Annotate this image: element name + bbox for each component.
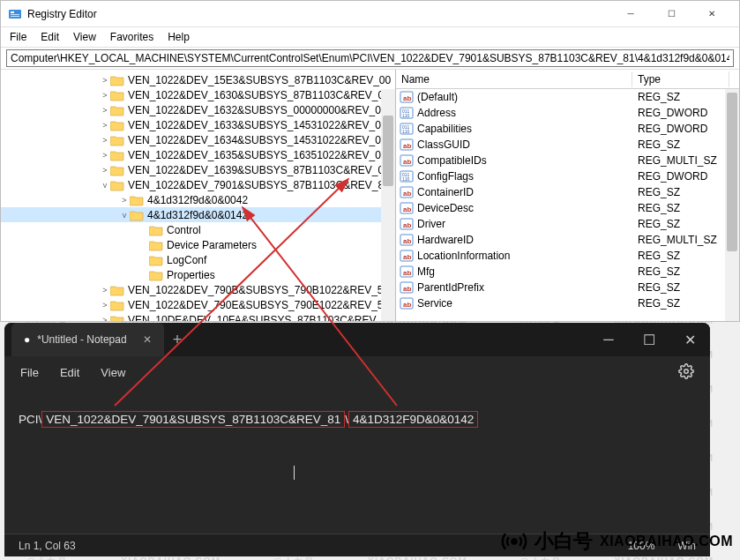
value-row[interactable]: abDeviceDescREG_SZ (396, 200, 739, 216)
svg-text:ab: ab (403, 158, 411, 166)
tree-item-label: LogConf (167, 254, 206, 266)
tree-item-label: VEN_1022&DEV_1634&SUBSYS_14531022&REV_00 (128, 134, 387, 146)
expand-toggle-icon[interactable]: > (100, 286, 110, 295)
value-type: REG_SZ (632, 250, 729, 262)
tree-item[interactable]: >VEN_1022&DEV_1634&SUBSYS_14531022&REV_0… (1, 132, 395, 147)
address-input[interactable] (6, 49, 734, 67)
tree-item[interactable]: >VEN_1022&DEV_1639&SUBSYS_87B1103C&REV_0… (1, 162, 395, 177)
expand-toggle-icon[interactable]: v (100, 181, 110, 190)
tree-item[interactable]: Control (1, 222, 395, 237)
expand-toggle-icon[interactable]: > (100, 91, 110, 100)
folder-icon (110, 89, 124, 101)
folder-icon (110, 104, 124, 116)
expand-toggle-icon[interactable]: v (119, 211, 130, 220)
tree-item[interactable]: >VEN_1022&DEV_1635&SUBSYS_16351022&REV_0… (1, 147, 395, 162)
expand-toggle-icon[interactable]: > (100, 151, 110, 160)
svg-text:ab: ab (403, 190, 411, 198)
settings-gear-icon[interactable] (678, 363, 694, 382)
notepad-text-area[interactable]: PCI\ VEN_1022&DEV_7901&SUBSYS_87B1103C&R… (4, 388, 710, 534)
svg-text:ab: ab (403, 205, 411, 213)
tree-item[interactable]: vVEN_1022&DEV_7901&SUBSYS_87B1103C&REV_8… (1, 177, 395, 192)
tree-item[interactable]: LogConf (1, 252, 395, 267)
value-row[interactable]: ab(Default)REG_SZ (396, 89, 739, 105)
notepad-minimize-button[interactable]: ─ (588, 323, 629, 356)
notepad-tab[interactable]: ● *Untitled - Notepad ✕ (11, 323, 164, 356)
menu-favorites[interactable]: Favorites (110, 31, 153, 43)
expand-toggle-icon[interactable]: > (100, 76, 110, 85)
logo-text-en: XIAOBAIHAO.COM (600, 534, 733, 549)
value-type-icon: ab (400, 233, 414, 247)
maximize-button[interactable]: ☐ (651, 1, 691, 27)
tree-item-label: VEN_1022&DEV_1630&SUBSYS_87B1103C&REV_00 (128, 89, 390, 101)
value-row[interactable]: abDriverREG_SZ (396, 216, 739, 232)
notepad-menu-view[interactable]: View (101, 366, 125, 379)
tab-close-icon[interactable]: ✕ (143, 333, 152, 346)
tree-item-label: VEN_1022&DEV_1632&SUBSYS_00000000&REV_00 (128, 104, 387, 116)
col-header-name[interactable]: Name (396, 71, 632, 87)
folder-icon (149, 224, 163, 236)
tree-item[interactable]: Device Parameters (1, 237, 395, 252)
tree-item[interactable]: >VEN_10DE&DEV_10FA&SUBSYS_87B1103C&REV_A… (1, 312, 395, 321)
notepad-menu-file[interactable]: File (20, 366, 39, 379)
tree-item[interactable]: v4&1d312f9d&0&0142 (1, 207, 395, 222)
expand-toggle-icon[interactable]: > (100, 136, 110, 145)
menu-help[interactable]: Help (168, 31, 190, 43)
value-type: REG_DWORD (632, 107, 729, 119)
value-row[interactable]: 011110AddressREG_DWORD (396, 105, 739, 121)
tree-item[interactable]: >VEN_1022&DEV_15E3&SUBSYS_87B1103C&REV_0… (1, 72, 395, 87)
value-row[interactable]: abHardwareIDREG_MULTI_SZ (396, 232, 739, 248)
expand-toggle-icon[interactable]: > (100, 301, 110, 310)
value-type: REG_DWORD (632, 170, 729, 183)
value-row[interactable]: abServiceREG_SZ (396, 295, 739, 311)
tree-item[interactable]: Properties (1, 267, 395, 282)
value-type-icon: 011110 (400, 122, 414, 136)
tree-item-label: VEN_1022&DEV_1633&SUBSYS_14531022&REV_00 (128, 119, 387, 131)
value-row[interactable]: abMfgREG_SZ (396, 264, 739, 280)
new-tab-button[interactable]: + (173, 331, 183, 349)
folder-icon (110, 134, 124, 146)
tree-item-label: VEN_1022&DEV_7901&SUBSYS_87B1103C&REV_81 (128, 179, 390, 191)
tree-item[interactable]: >VEN_1022&DEV_1633&SUBSYS_14531022&REV_0… (1, 117, 395, 132)
tree-item[interactable]: >4&1d312f9d&0&0042 (1, 192, 395, 207)
value-type-icon: ab (400, 90, 414, 104)
expand-toggle-icon[interactable]: > (100, 121, 110, 130)
menu-file[interactable]: File (10, 31, 26, 43)
window-title: Registry Editor (27, 8, 610, 20)
menu-edit[interactable]: Edit (41, 31, 59, 43)
expand-toggle-icon[interactable]: > (100, 166, 110, 175)
tree-scrollbar[interactable] (381, 89, 395, 321)
notepad-close-button[interactable]: ✕ (669, 323, 710, 356)
expand-toggle-icon[interactable]: > (100, 316, 110, 322)
values-header: Name Type (396, 70, 739, 89)
col-header-type[interactable]: Type (632, 71, 729, 87)
values-scrollbar[interactable] (725, 89, 739, 321)
value-type: REG_SZ (632, 186, 729, 198)
menu-view[interactable]: View (73, 31, 96, 43)
expand-toggle-icon[interactable]: > (119, 196, 130, 205)
minimize-button[interactable]: ─ (610, 1, 651, 27)
tree-item-label: VEN_1022&DEV_15E3&SUBSYS_87B1103C&REV_00 (128, 74, 391, 86)
expand-toggle-icon[interactable]: > (100, 106, 110, 115)
menubar: File Edit View Favorites Help (1, 27, 739, 47)
value-row[interactable]: abLocationInformationREG_SZ (396, 248, 739, 264)
value-type-icon: ab (400, 249, 414, 263)
value-row[interactable]: 011110CapabilitiesREG_DWORD (396, 121, 739, 137)
value-row[interactable]: abContainerIDREG_SZ (396, 184, 739, 200)
value-type: REG_SZ (632, 265, 729, 278)
values-pane[interactable]: Name Type ab(Default)REG_SZ011110Address… (396, 70, 739, 321)
value-row[interactable]: abParentIdPrefixREG_SZ (396, 280, 739, 295)
folder-icon (110, 119, 124, 131)
notepad-menu-edit[interactable]: Edit (60, 366, 79, 379)
value-row[interactable]: 011110ConfigFlagsREG_DWORD (396, 168, 739, 184)
tree-item[interactable]: >VEN_1022&DEV_790B&SUBSYS_790B1022&REV_5… (1, 282, 395, 297)
tree-item[interactable]: >VEN_1022&DEV_1630&SUBSYS_87B1103C&REV_0… (1, 87, 395, 102)
value-row[interactable]: abClassGUIDREG_SZ (396, 137, 739, 153)
tree-pane[interactable]: >VEN_1022&DEV_15E3&SUBSYS_87B1103C&REV_0… (1, 70, 396, 321)
close-button[interactable]: ✕ (691, 1, 732, 27)
tree-item[interactable]: >VEN_1022&DEV_1632&SUBSYS_00000000&REV_0… (1, 102, 395, 117)
folder-icon (110, 284, 124, 296)
notepad-maximize-button[interactable]: ☐ (629, 323, 669, 356)
value-row[interactable]: abCompatibleIDsREG_MULTI_SZ (396, 153, 739, 168)
tree-item[interactable]: >VEN_1022&DEV_790E&SUBSYS_790E1022&REV_5… (1, 297, 395, 312)
value-type-icon: ab (400, 153, 414, 168)
